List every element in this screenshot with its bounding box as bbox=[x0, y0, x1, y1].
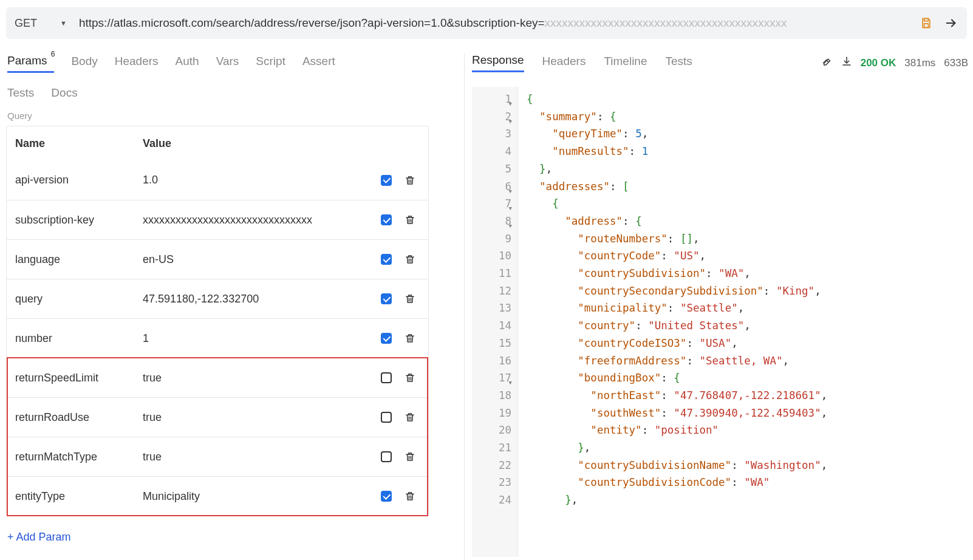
url-input[interactable]: https://atlas.microsoft.com/search/addre… bbox=[72, 16, 909, 30]
header-name: Name bbox=[7, 137, 135, 150]
request-subtabs: Tests Docs bbox=[6, 86, 451, 100]
response-time: 381ms bbox=[904, 57, 935, 69]
response-body: 1▼2▼3456▼7▼8▼91011121314151617▼181920212… bbox=[472, 87, 968, 557]
trash-icon[interactable] bbox=[404, 490, 416, 502]
tab-params[interactable]: Params 6 bbox=[7, 53, 54, 73]
tab-response-headers[interactable]: Headers bbox=[542, 55, 586, 72]
code-content[interactable]: { "summary": { "queryTime": 5, "numResul… bbox=[518, 87, 968, 557]
param-name[interactable]: query bbox=[7, 293, 135, 306]
header-value: Value bbox=[135, 137, 376, 150]
param-name[interactable]: returnRoadUse bbox=[7, 411, 135, 424]
http-method-label: GET bbox=[15, 17, 37, 30]
tab-auth[interactable]: Auth bbox=[176, 55, 199, 72]
param-value[interactable]: Municipality bbox=[135, 490, 376, 503]
table-row: subscription-keyxxxxxxxxxxxxxxxxxxxxxxxx… bbox=[7, 200, 428, 239]
send-arrow-icon[interactable] bbox=[944, 16, 958, 30]
param-value[interactable]: true bbox=[135, 451, 376, 463]
query-section-label: Query bbox=[6, 111, 451, 121]
table-row: number1 bbox=[7, 318, 428, 358]
http-method-select[interactable]: GET ▼ bbox=[15, 17, 72, 30]
param-value[interactable]: 47.591180,-122.332700 bbox=[135, 293, 376, 306]
table-row: returnMatchTypetrue bbox=[7, 437, 428, 476]
tab-vars[interactable]: Vars bbox=[216, 55, 239, 72]
clear-icon[interactable] bbox=[822, 56, 833, 70]
save-icon[interactable] bbox=[920, 16, 933, 30]
trash-icon[interactable] bbox=[404, 293, 416, 305]
add-param-button[interactable]: + Add Param bbox=[6, 531, 451, 544]
url-bar: GET ▼ https://atlas.microsoft.com/search… bbox=[6, 7, 967, 39]
tab-script[interactable]: Script bbox=[256, 55, 285, 72]
tab-tests[interactable]: Tests bbox=[7, 86, 34, 100]
svg-rect-1 bbox=[924, 24, 929, 28]
trash-icon[interactable] bbox=[404, 372, 416, 384]
param-name[interactable]: subscription-key bbox=[7, 214, 135, 227]
tab-response[interactable]: Response bbox=[472, 53, 524, 72]
param-value[interactable]: 1.0 bbox=[135, 174, 376, 186]
table-row: query47.591180,-122.332700 bbox=[7, 279, 428, 318]
tab-docs[interactable]: Docs bbox=[51, 86, 77, 100]
param-enabled-checkbox[interactable] bbox=[381, 412, 392, 423]
param-name[interactable]: api-version bbox=[7, 174, 135, 186]
param-value[interactable]: true bbox=[135, 411, 376, 424]
chevron-down-icon: ▼ bbox=[60, 19, 67, 27]
param-name[interactable]: returnMatchType bbox=[7, 451, 135, 463]
trash-icon[interactable] bbox=[404, 174, 416, 186]
param-name[interactable]: language bbox=[7, 253, 135, 266]
trash-icon[interactable] bbox=[404, 253, 416, 265]
request-panel: Params 6 Body Headers Auth Vars Script A… bbox=[0, 53, 457, 560]
url-prefix: https://atlas.microsoft.com/search/addre… bbox=[79, 16, 545, 29]
download-icon[interactable] bbox=[841, 56, 852, 70]
url-secret: xxxxxxxxxxxxxxxxxxxxxxxxxxxxxxxxxxxxxxxx… bbox=[545, 16, 787, 29]
table-row: languageen-US bbox=[7, 239, 428, 279]
param-enabled-checkbox[interactable] bbox=[381, 491, 392, 502]
response-panel: Response Headers Timeline Tests 200 OK 3… bbox=[472, 53, 973, 560]
param-value[interactable]: xxxxxxxxxxxxxxxxxxxxxxxxxxxxxxx bbox=[135, 214, 376, 227]
param-enabled-checkbox[interactable] bbox=[381, 175, 392, 186]
table-header-row: Name Value bbox=[7, 126, 428, 160]
response-size: 633B bbox=[944, 57, 968, 69]
query-params-table: Name Value api-version1.0subscription-ke… bbox=[6, 126, 429, 516]
request-tabs: Params 6 Body Headers Auth Vars Script A… bbox=[6, 53, 451, 73]
trash-icon[interactable] bbox=[404, 214, 416, 226]
param-enabled-checkbox[interactable] bbox=[381, 372, 392, 383]
table-row: returnRoadUsetrue bbox=[7, 397, 428, 437]
tab-body[interactable]: Body bbox=[71, 55, 97, 72]
table-row: api-version1.0 bbox=[7, 160, 428, 200]
param-name[interactable]: number bbox=[7, 332, 135, 345]
response-tabs: Response Headers Timeline Tests 200 OK 3… bbox=[472, 53, 968, 72]
param-enabled-checkbox[interactable] bbox=[381, 333, 392, 344]
tab-assert[interactable]: Assert bbox=[302, 55, 335, 72]
trash-icon[interactable] bbox=[404, 411, 416, 423]
trash-icon[interactable] bbox=[404, 451, 416, 463]
param-enabled-checkbox[interactable] bbox=[381, 451, 392, 462]
param-enabled-checkbox[interactable] bbox=[381, 214, 392, 225]
param-value[interactable]: true bbox=[135, 372, 376, 384]
tab-timeline[interactable]: Timeline bbox=[604, 55, 647, 72]
param-name[interactable]: entityType bbox=[7, 490, 135, 503]
param-enabled-checkbox[interactable] bbox=[381, 254, 392, 265]
param-name[interactable]: returnSpeedLimit bbox=[7, 372, 135, 384]
tab-headers[interactable]: Headers bbox=[115, 55, 159, 72]
table-row: entityTypeMunicipality bbox=[7, 476, 428, 516]
svg-rect-0 bbox=[924, 19, 929, 21]
trash-icon[interactable] bbox=[404, 332, 416, 344]
param-value[interactable]: en-US bbox=[135, 253, 376, 266]
table-row: returnSpeedLimittrue bbox=[7, 358, 428, 397]
status-code: 200 OK bbox=[861, 57, 896, 69]
panel-divider[interactable] bbox=[464, 53, 465, 560]
line-gutter: 1▼2▼3456▼7▼8▼91011121314151617▼181920212… bbox=[472, 87, 518, 557]
param-enabled-checkbox[interactable] bbox=[381, 293, 392, 304]
tab-response-tests[interactable]: Tests bbox=[665, 55, 692, 72]
param-value[interactable]: 1 bbox=[135, 332, 376, 345]
